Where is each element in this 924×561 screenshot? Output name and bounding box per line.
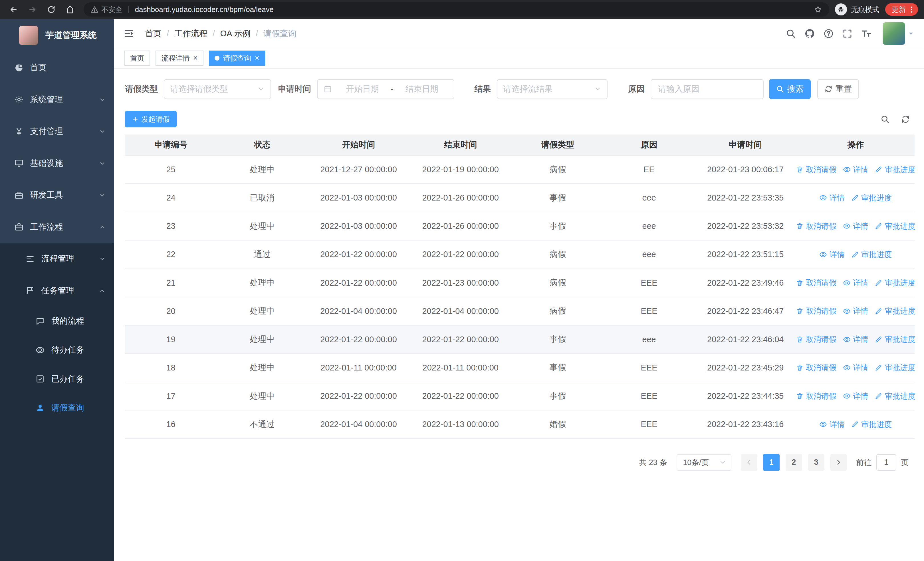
sidebar-item-task-management[interactable]: 任务管理 <box>0 275 114 307</box>
sidebar-item-label: 已办任务 <box>51 373 84 385</box>
refresh-icon[interactable] <box>901 114 910 124</box>
close-icon[interactable]: × <box>193 54 198 62</box>
trash-icon <box>796 222 804 230</box>
cancel-leave-link[interactable]: 取消请假 <box>796 391 836 401</box>
detail-link[interactable]: 详情 <box>843 334 868 344</box>
eye-icon <box>843 364 850 371</box>
approval-progress-link[interactable]: 审批进度 <box>874 391 915 401</box>
cell-leave-type: 病假 <box>512 297 604 325</box>
detail-link[interactable]: 详情 <box>843 391 868 401</box>
cell-leave-type: 事假 <box>512 354 604 382</box>
breadcrumb-item[interactable]: OA 示例 <box>220 28 250 39</box>
cancel-leave-link[interactable]: 取消请假 <box>796 306 836 316</box>
address-bar[interactable]: 不安全 dashboard.yudao.iocoder.cn/bpm/oa/le… <box>84 2 829 17</box>
logo-avatar <box>19 26 38 45</box>
security-label[interactable]: 不安全 <box>101 5 122 14</box>
approval-progress-link[interactable]: 审批进度 <box>874 221 915 232</box>
sidebar-item-process-management[interactable]: 流程管理 <box>0 243 114 275</box>
page-size-select[interactable]: 10条/页 <box>676 454 731 471</box>
font-size-icon[interactable] <box>857 19 876 48</box>
cancel-leave-link[interactable]: 取消请假 <box>796 334 836 344</box>
cancel-leave-link[interactable]: 取消请假 <box>796 221 836 232</box>
browser-menu-icon[interactable] <box>908 5 916 14</box>
close-icon[interactable]: × <box>255 54 260 62</box>
tab-home[interactable]: 首页 <box>124 51 150 66</box>
page-button-3[interactable]: 3 <box>808 454 824 471</box>
cancel-leave-link[interactable]: 取消请假 <box>796 278 836 288</box>
sidebar-item-home[interactable]: 首页 <box>0 52 114 84</box>
toggle-search-icon[interactable] <box>880 114 890 124</box>
search-button[interactable]: 搜索 <box>769 79 811 99</box>
pagination-total: 共 23 条 <box>639 457 667 468</box>
approval-progress-link[interactable]: 审批进度 <box>851 193 892 203</box>
github-icon[interactable] <box>800 19 819 48</box>
url-text[interactable]: dashboard.yudao.iocoder.cn/bpm/oa/leave <box>135 5 274 14</box>
cell-apply-id: 17 <box>125 382 217 410</box>
breadcrumb-item[interactable]: 工作流程 <box>174 28 207 39</box>
flag-icon <box>26 286 35 295</box>
caret-down-icon[interactable] <box>908 30 915 37</box>
sidebar-item-system[interactable]: 系统管理 <box>0 84 114 116</box>
approval-progress-link[interactable]: 审批进度 <box>874 306 915 316</box>
sidebar-item-done-tasks[interactable]: 已办任务 <box>0 364 114 393</box>
breadcrumb-item[interactable]: 首页 <box>145 28 162 39</box>
result-label: 结果 <box>474 83 491 95</box>
forward-button[interactable] <box>25 2 40 17</box>
sidebar-item-leave-query[interactable]: 请假查询 <box>0 393 114 422</box>
sidebar-item-todo-tasks[interactable]: 待办任务 <box>0 335 114 364</box>
sidebar-item-payment[interactable]: 支付管理 <box>0 116 114 148</box>
end-date-placeholder[interactable]: 结束日期 <box>396 83 448 95</box>
detail-link[interactable]: 详情 <box>819 193 844 203</box>
cell-leave-type: 病假 <box>512 269 604 297</box>
result-select[interactable]: 请选择流结果 <box>497 79 608 99</box>
back-button[interactable] <box>6 2 21 17</box>
home-button[interactable] <box>63 2 78 17</box>
cancel-leave-link[interactable]: 取消请假 <box>796 362 836 373</box>
cancel-leave-link[interactable]: 取消请假 <box>796 164 836 175</box>
page-button-1[interactable]: 1 <box>763 454 780 471</box>
approval-progress-link[interactable]: 审批进度 <box>874 334 915 344</box>
detail-link[interactable]: 详情 <box>819 419 844 430</box>
reset-button[interactable]: 重置 <box>817 79 859 99</box>
sidebar-collapse-icon[interactable] <box>123 28 134 39</box>
tab-leave-query[interactable]: 请假查询 × <box>209 51 265 66</box>
approval-progress-link[interactable]: 审批进度 <box>851 250 892 260</box>
update-button[interactable]: 更新 <box>885 3 918 15</box>
sidebar-item-dev-tools[interactable]: 研发工具 <box>0 179 114 211</box>
detail-link[interactable]: 详情 <box>843 278 868 288</box>
chevron-down-icon <box>594 86 601 93</box>
reload-button[interactable] <box>44 2 59 17</box>
next-page-button[interactable] <box>830 454 847 471</box>
approval-progress-link[interactable]: 审批进度 <box>874 278 915 288</box>
search-icon[interactable] <box>782 19 800 48</box>
detail-link[interactable]: 详情 <box>843 362 868 373</box>
sidebar-item-infrastructure[interactable]: 基础设施 <box>0 147 114 179</box>
fullscreen-icon[interactable] <box>838 19 856 48</box>
approval-progress-link[interactable]: 审批进度 <box>851 419 892 430</box>
sidebar-item-my-process[interactable]: 我的流程 <box>0 307 114 335</box>
create-leave-button[interactable]: 发起请假 <box>125 111 177 127</box>
column-header: 结束时间 <box>410 135 512 155</box>
sidebar-item-label: 系统管理 <box>30 94 63 105</box>
help-icon[interactable] <box>819 19 838 48</box>
start-date-placeholder[interactable]: 开始日期 <box>336 83 388 95</box>
page-button-2[interactable]: 2 <box>786 454 802 471</box>
reset-button-label: 重置 <box>836 83 852 95</box>
leave-type-select[interactable]: 请选择请假类型 <box>164 79 271 99</box>
detail-link[interactable]: 详情 <box>843 221 868 232</box>
jumper-input[interactable] <box>876 454 896 471</box>
prev-page-button[interactable] <box>741 454 758 471</box>
approval-progress-link[interactable]: 审批进度 <box>874 362 915 373</box>
bookmark-star-icon[interactable] <box>814 5 822 14</box>
table-body: 25 处理中 2021-12-27 00:00:00 2022-01-19 00… <box>125 156 915 439</box>
detail-link[interactable]: 详情 <box>819 250 844 260</box>
approval-progress-link[interactable]: 审批进度 <box>874 164 915 175</box>
user-avatar[interactable] <box>883 22 905 45</box>
tab-process-detail[interactable]: 流程详情 × <box>156 51 204 66</box>
date-range-picker[interactable]: 开始日期 - 结束日期 <box>317 79 454 99</box>
sidebar-item-workflow[interactable]: 工作流程 <box>0 211 114 243</box>
reason-input[interactable] <box>651 79 764 99</box>
detail-link[interactable]: 详情 <box>843 164 868 175</box>
jumper-prefix: 前往 <box>856 457 872 468</box>
detail-link[interactable]: 详情 <box>843 306 868 316</box>
